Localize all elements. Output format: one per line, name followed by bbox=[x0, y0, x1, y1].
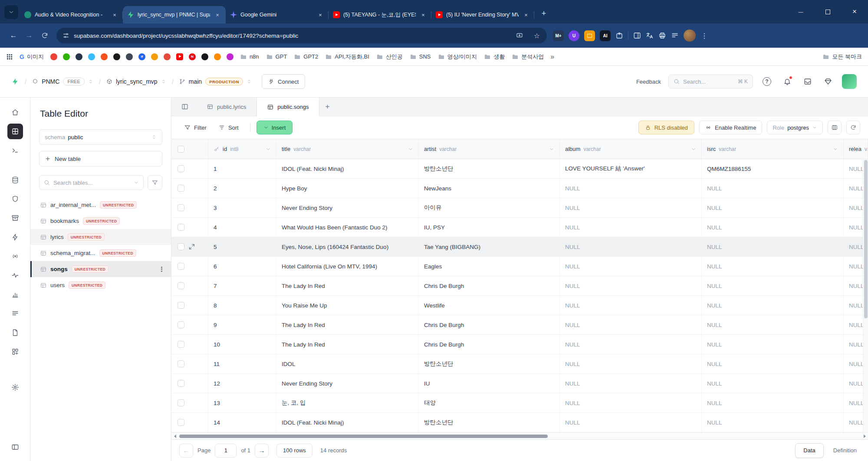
feedback-button[interactable]: Feedback bbox=[636, 78, 661, 85]
cell-artist[interactable]: 방탄소년단 bbox=[419, 159, 560, 178]
cell-album[interactable]: NULL bbox=[560, 393, 702, 412]
reload-button[interactable] bbox=[37, 28, 52, 43]
bookmark-folder[interactable]: 생활 bbox=[484, 53, 505, 61]
global-search-button[interactable]: Search... ⌘ K bbox=[668, 75, 753, 88]
cell-album[interactable]: NULL bbox=[560, 198, 702, 217]
cell-album[interactable]: NULL bbox=[560, 218, 702, 237]
letter-a-icon[interactable] bbox=[126, 53, 133, 60]
refresh-button[interactable] bbox=[846, 121, 860, 134]
browser-tab[interactable]: (5) IU 'Never Ending Story' MV bbox=[431, 6, 534, 23]
cell-id[interactable]: 12 bbox=[208, 374, 276, 393]
bookmark-folder[interactable]: GPT2 bbox=[294, 53, 318, 60]
table-list-item[interactable]: lyrics UNRESTRICTED bbox=[30, 229, 171, 245]
cell-title[interactable]: The Lady In Red bbox=[276, 335, 419, 354]
cell-album[interactable]: NULL bbox=[560, 335, 702, 354]
cell-artist[interactable]: Chris De Burgh bbox=[419, 335, 560, 354]
cell-artist[interactable]: 태양 bbox=[419, 393, 560, 412]
columns-view-button[interactable] bbox=[828, 121, 842, 134]
install-app-icon[interactable] bbox=[513, 29, 526, 42]
table-menu-icon[interactable] bbox=[158, 265, 165, 273]
table-list-item[interactable]: ar_internal_met... UNRESTRICTED bbox=[30, 197, 171, 213]
minimize-button[interactable] bbox=[787, 0, 814, 23]
cell-title[interactable]: Eyes, Nose, Lips (160424 Fantastic Duo) bbox=[276, 237, 419, 256]
new-tab-button[interactable] bbox=[538, 7, 550, 20]
realtime-icon[interactable] bbox=[7, 248, 23, 264]
row-checkbox[interactable] bbox=[178, 243, 184, 250]
table-list-item[interactable]: users UNRESTRICTED bbox=[30, 277, 171, 293]
cell-title[interactable]: You Raise Me Up bbox=[276, 296, 419, 315]
cell-artist[interactable]: NewJeans bbox=[419, 179, 560, 198]
scroll-right-arrow[interactable] bbox=[861, 435, 868, 438]
table-row[interactable]: 3 Never Ending Story 아이유 NULL NULL NULL bbox=[171, 198, 868, 218]
cell-album[interactable]: NULL bbox=[560, 257, 702, 276]
reports-icon[interactable] bbox=[7, 287, 23, 302]
cell-album[interactable]: LOVE YOURSELF 結 'Answer' bbox=[560, 159, 702, 178]
cell-isrc[interactable]: NULL bbox=[702, 315, 844, 334]
fox-icon[interactable] bbox=[151, 53, 158, 60]
new-table-button[interactable]: New table bbox=[39, 151, 162, 167]
tab-close-icon[interactable] bbox=[316, 11, 324, 19]
cell-album[interactable]: NULL bbox=[560, 296, 702, 315]
side-panel-icon[interactable] bbox=[633, 32, 641, 39]
table-row[interactable]: 5 Eyes, Nose, Lips (160424 Fantastic Duo… bbox=[171, 237, 868, 257]
table-list-item[interactable]: bookmarks UNRESTRICTED bbox=[30, 213, 171, 229]
row-checkbox[interactable] bbox=[178, 185, 184, 192]
cell-title[interactable]: Hotel California (Live On MTV, 1994) bbox=[276, 257, 419, 276]
cell-album[interactable]: NULL bbox=[560, 374, 702, 393]
scrollbar-thumb[interactable] bbox=[179, 435, 548, 438]
gem-icon[interactable] bbox=[88, 53, 95, 60]
forward-button[interactable] bbox=[22, 28, 36, 43]
cell-id[interactable]: 13 bbox=[208, 393, 276, 412]
page-input[interactable] bbox=[215, 444, 237, 458]
cell-title[interactable]: IDOL bbox=[276, 354, 419, 373]
cell-album[interactable]: NULL bbox=[560, 237, 702, 256]
cell-isrc[interactable]: NULL bbox=[702, 354, 844, 373]
hanja-icon[interactable] bbox=[113, 53, 120, 60]
bookmark-item[interactable]: G 이미지 bbox=[20, 53, 44, 61]
scrollbar-track[interactable] bbox=[178, 433, 861, 439]
logs-icon[interactable] bbox=[7, 306, 23, 321]
tab-close-icon[interactable] bbox=[111, 11, 118, 19]
cell-isrc[interactable]: NULL bbox=[702, 393, 844, 412]
next-page-button[interactable] bbox=[255, 444, 269, 458]
sort-button[interactable]: Sort bbox=[214, 121, 244, 134]
tab-close-icon[interactable] bbox=[214, 11, 221, 19]
translate-icon[interactable] bbox=[646, 32, 654, 39]
api-docs-icon[interactable] bbox=[7, 325, 23, 340]
sprout-icon[interactable] bbox=[63, 53, 70, 60]
bookmark-folder[interactable]: 산인공 bbox=[376, 53, 403, 61]
youtube-icon[interactable] bbox=[176, 53, 183, 60]
red-dot-icon[interactable] bbox=[164, 53, 171, 60]
table-row[interactable]: 9 The Lady In Red Chris De Burgh NULL NU… bbox=[171, 315, 868, 335]
row-checkbox[interactable] bbox=[178, 399, 184, 406]
cell-id[interactable]: 1 bbox=[208, 159, 276, 178]
collapse-sidebar-icon[interactable] bbox=[7, 439, 23, 455]
table-row[interactable]: 13 눈, 코, 입 태양 NULL NULL NULL bbox=[171, 393, 868, 413]
cell-artist[interactable]: Westlife bbox=[419, 296, 560, 315]
table-list-item[interactable]: schema_migrat... UNRESTRICTED bbox=[30, 245, 171, 261]
cell-title[interactable]: Never Ending Story bbox=[276, 198, 419, 217]
rls-disabled-badge[interactable]: RLS disabled bbox=[638, 121, 694, 134]
cell-isrc[interactable]: NULL bbox=[702, 335, 844, 354]
browser-tab[interactable]: Google Gemini bbox=[226, 6, 329, 23]
row-checkbox[interactable] bbox=[178, 380, 184, 387]
cell-title[interactable]: IDOL (Feat. Nicki Minaj) bbox=[276, 413, 419, 432]
role-select[interactable]: Role postgres bbox=[767, 121, 823, 134]
row-checkbox[interactable] bbox=[178, 302, 184, 309]
storage-icon[interactable] bbox=[7, 210, 23, 226]
new-editor-tab-button[interactable] bbox=[319, 98, 335, 116]
cell-id[interactable]: 7 bbox=[208, 276, 276, 295]
bookmark-folder[interactable]: 영상/이미지 bbox=[438, 53, 477, 61]
enable-realtime-button[interactable]: Enable Realtime bbox=[699, 121, 762, 134]
upgrade-gem-button[interactable] bbox=[822, 75, 835, 88]
cell-artist[interactable]: 방탄소년단 bbox=[419, 413, 560, 432]
bookmark-folder[interactable]: GPT bbox=[266, 53, 287, 60]
inbox-button[interactable] bbox=[801, 75, 814, 88]
table-row[interactable]: 11 IDOL 방탄소년단 NULL NULL NULL bbox=[171, 354, 868, 374]
project-settings-icon[interactable] bbox=[7, 379, 23, 395]
rows-per-page-button[interactable]: 100 rows bbox=[276, 444, 312, 458]
cell-isrc[interactable]: NULL bbox=[702, 179, 844, 198]
cell-id[interactable]: 9 bbox=[208, 315, 276, 334]
search-tables-field[interactable] bbox=[39, 175, 144, 190]
table-row[interactable]: 2 Hype Boy NewJeans NULL NULL NULL bbox=[171, 179, 868, 198]
